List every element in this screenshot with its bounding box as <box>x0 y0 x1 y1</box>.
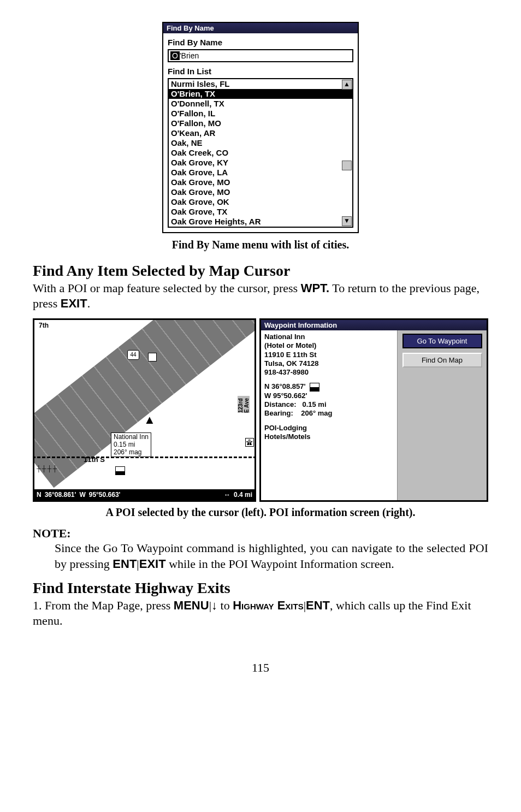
highway-stripe <box>33 318 256 488</box>
find-in-list-label: Find In List <box>168 67 353 76</box>
coord-lon: 95°50.663' <box>89 489 121 500</box>
para2-a: 1. From the Map Page, press <box>33 598 174 612</box>
wp-line: 11910 E 11th St <box>264 351 394 359</box>
input-suffix: 'Brien <box>180 51 199 60</box>
coord-bar: N 36°08.861' W 95°50.663' ↔ 0.4 mi <box>34 489 254 500</box>
hotel-icon <box>310 383 319 392</box>
list-item[interactable]: O'Brien, TX <box>169 89 352 99</box>
key-ent2: ENT <box>306 598 330 612</box>
go-to-waypoint-button[interactable]: Go To Waypoint <box>402 334 482 348</box>
list-item[interactable]: Oak Grove, KY <box>169 158 352 168</box>
road-7th: 7th <box>37 321 51 330</box>
list-item[interactable]: Oak Grove, TX <box>169 207 352 217</box>
coord-n-label: N <box>37 489 42 500</box>
list-item[interactable]: Oak Grove Heights, AR <box>169 217 352 227</box>
wp-line: Tulsa, OK 74128 <box>264 359 394 368</box>
scroll-down-icon[interactable]: ▼ <box>342 216 352 226</box>
list-item[interactable]: Oak Grove, LA <box>169 168 352 177</box>
find-by-name-dialog: Find By Name Find By Name O'Brien Find I… <box>162 22 359 233</box>
wp-coord-w: W 95°50.662' <box>264 392 394 400</box>
list-item[interactable]: Oak Grove, OK <box>169 197 352 207</box>
wp-line: National Inn <box>264 333 394 341</box>
key-exit2: EXIT <box>139 557 166 571</box>
map-scale: 0.4 mi <box>234 489 252 500</box>
find-by-name-label: Find By Name <box>168 38 353 47</box>
list-item[interactable]: O'Donnell, TX <box>169 99 352 109</box>
crosshair-icon: ┼┼┼┼ <box>37 465 58 472</box>
wp-cat2: Hotels/Motels <box>264 432 394 441</box>
list-item[interactable]: Oak Creek, CO <box>169 148 352 158</box>
map-screen: 7th 44 123rd E Ave ▲ National Inn 0.15 m… <box>33 318 256 502</box>
para1-c: . <box>87 297 91 310</box>
arrows-icon: ↔ <box>224 489 230 500</box>
para1-a: With a POI or map feature selected by th… <box>33 281 301 295</box>
list-item[interactable]: Nurmi Isles, FL <box>169 79 352 89</box>
coord-lat: 36°08.861' <box>45 489 76 500</box>
list-item[interactable]: O'Fallon, MO <box>169 118 352 128</box>
wp-dist-row: Distance: 0.15 mi <box>264 400 394 409</box>
road-11th-line <box>33 457 256 458</box>
key-menu: MENU <box>174 598 209 612</box>
route-icon: 🛣 <box>245 438 254 447</box>
sc-highway-exits: Highway Exits <box>233 598 303 612</box>
scroll-thumb[interactable] <box>342 161 352 170</box>
key-wpt: WPT. <box>301 281 330 295</box>
poi-icon-small <box>115 466 125 475</box>
dialog-body: Find By Name O'Brien Find In List ▲ Nurm… <box>163 33 358 232</box>
wp-dist-label: Distance: <box>264 400 297 408</box>
poi-popup: National Inn 0.15 mi 206° mag <box>111 432 151 457</box>
heading-find-interstate: Find Interstate Highway Exits <box>33 579 488 597</box>
scroll-up-icon[interactable]: ▲ <box>342 80 352 90</box>
map-pin-icon <box>148 353 157 361</box>
two-up-figure: 7th 44 123rd E Ave ▲ National Inn 0.15 m… <box>33 318 488 502</box>
poi-bear: 206° mag <box>114 449 149 457</box>
poi-dist: 0.15 mi <box>114 441 149 449</box>
wp-dist-val: 0.15 mi <box>302 400 326 408</box>
page-number: 115 <box>33 661 488 675</box>
waypoint-buttons: Go To Waypoint Find On Map <box>398 330 487 500</box>
street-label-123rd: 123rd E Ave <box>238 396 250 413</box>
wp-line: (Hotel or Motel) <box>264 341 394 350</box>
list-item[interactable]: Oak Grove, MO <box>169 177 352 187</box>
waypoint-info-screen: Waypoint Information National Inn (Hotel… <box>259 318 488 502</box>
wp-cat1: POI-Lodging <box>264 424 394 432</box>
hwy-shield-44: 44 <box>127 350 139 360</box>
name-input[interactable]: O'Brien <box>168 49 353 62</box>
key-ent: ENT <box>113 557 137 571</box>
poi-name: National Inn <box>114 434 149 441</box>
city-list[interactable]: ▲ Nurmi Isles, FL O'Brien, TX O'Donnell,… <box>168 78 353 228</box>
wp-bear-label: Bearing: <box>264 409 293 417</box>
list-item[interactable]: O'Kean, AR <box>169 128 352 138</box>
waypoint-title: Waypoint Information <box>261 320 487 330</box>
dialog-title: Find By Name <box>163 23 358 33</box>
north-arrow-icon: ▲ <box>144 413 156 427</box>
heading-find-any-item: Find Any Item Selected by Map Cursor <box>33 262 488 280</box>
wp-coord-row: N 36°08.857' <box>264 382 394 392</box>
waypoint-details: National Inn (Hotel or Motel) 11910 E 11… <box>261 330 398 500</box>
note-b: while in the POI Waypoint Information sc… <box>169 557 394 571</box>
wp-bear-row: Bearing: 206° mag <box>264 409 394 418</box>
caption-2: A POI selected by the cursor (left). POI… <box>33 506 488 519</box>
list-item[interactable]: O'Fallon, IL <box>169 109 352 118</box>
input-caret: O <box>170 51 180 60</box>
wp-line: 918-437-8980 <box>264 368 394 377</box>
wp-coord-n: N 36°08.857' <box>264 382 306 390</box>
list-item[interactable]: Oak, NE <box>169 138 352 148</box>
caption-1: Find By Name menu with list of cities. <box>33 239 488 251</box>
key-exit: EXIT <box>61 297 87 310</box>
para-1: With a POI or map feature selected by th… <box>33 281 488 311</box>
para2-to: to <box>221 598 233 612</box>
list-item[interactable]: Oak Grove, MO <box>169 187 352 197</box>
note-label: NOTE: <box>33 526 488 541</box>
para-2: 1. From the Map Page, press MENU|↓ to Hi… <box>33 598 488 628</box>
down-arrow-icon: ↓ <box>211 598 217 612</box>
find-by-name-figure: Find By Name Find By Name O'Brien Find I… <box>33 22 488 233</box>
wp-bear-val: 206° mag <box>301 409 332 417</box>
find-on-map-button[interactable]: Find On Map <box>402 353 482 368</box>
note-body: Since the Go To Waypoint command is high… <box>55 541 488 572</box>
coord-w-label: W <box>79 489 85 500</box>
